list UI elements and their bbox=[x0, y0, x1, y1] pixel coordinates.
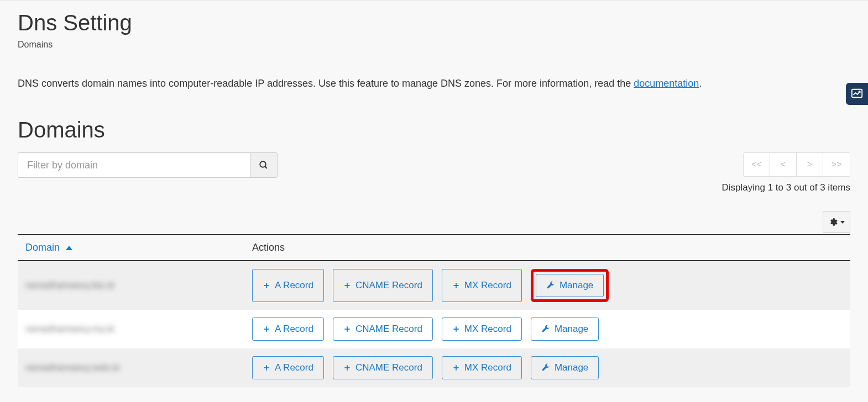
pager-first[interactable]: << bbox=[744, 153, 770, 176]
add-a-record-button[interactable]: A Record bbox=[252, 269, 324, 302]
domain-name-cell: ramadhamaexy.biz.id bbox=[25, 280, 114, 290]
add-cname-record-button-label: CNAME Record bbox=[355, 362, 422, 373]
add-a-record-button-label: A Record bbox=[275, 362, 313, 373]
search-button[interactable] bbox=[250, 152, 278, 178]
add-cname-record-button[interactable]: CNAME Record bbox=[333, 269, 433, 302]
add-mx-record-button-label: MX Record bbox=[464, 280, 511, 291]
sort-asc-icon bbox=[66, 246, 72, 250]
plus-icon bbox=[452, 364, 460, 372]
table-row: ramadhamaexy.biz.idA RecordCNAME RecordM… bbox=[18, 261, 850, 310]
plus-icon bbox=[343, 325, 351, 333]
plus-icon bbox=[263, 325, 270, 333]
table-row: ramadhamaexy.my.idA RecordCNAME RecordMX… bbox=[18, 310, 850, 348]
manage-button-label: Manage bbox=[560, 280, 593, 291]
plus-icon bbox=[452, 325, 460, 333]
plus-icon bbox=[452, 282, 460, 289]
wrench-icon bbox=[541, 363, 550, 372]
domains-table: Domain Actions ramadhamaexy.biz.idA Reco… bbox=[18, 234, 850, 387]
add-a-record-button[interactable]: A Record bbox=[252, 318, 324, 341]
plus-icon bbox=[343, 282, 351, 289]
add-a-record-button-label: A Record bbox=[275, 280, 313, 291]
column-header-domain[interactable]: Domain bbox=[18, 235, 244, 261]
documentation-link[interactable]: documentation bbox=[634, 78, 699, 89]
page-title: Dns Setting bbox=[18, 10, 850, 35]
add-mx-record-button[interactable]: MX Record bbox=[442, 356, 522, 379]
plus-icon bbox=[343, 364, 351, 372]
section-title-domains: Domains bbox=[18, 118, 850, 142]
description-pre: DNS converts domain names into computer-… bbox=[18, 78, 634, 89]
pager-next[interactable]: > bbox=[797, 153, 823, 176]
add-cname-record-button[interactable]: CNAME Record bbox=[333, 318, 433, 341]
table-settings-button[interactable] bbox=[823, 211, 850, 233]
add-cname-record-button[interactable]: CNAME Record bbox=[333, 356, 433, 379]
search-icon bbox=[259, 160, 269, 170]
add-mx-record-button[interactable]: MX Record bbox=[442, 318, 522, 341]
manage-button[interactable]: Manage bbox=[531, 318, 599, 341]
domain-name-cell: ramadhamaexy.web.id bbox=[25, 362, 119, 373]
add-mx-record-button[interactable]: MX Record bbox=[442, 269, 522, 302]
add-cname-record-button-label: CNAME Record bbox=[355, 324, 422, 335]
description-post: . bbox=[699, 78, 702, 89]
column-header-domain-label: Domain bbox=[25, 242, 60, 253]
breadcrumb: Domains bbox=[18, 40, 850, 50]
chart-icon bbox=[851, 88, 863, 100]
pager-last[interactable]: >> bbox=[823, 153, 850, 176]
add-mx-record-button-label: MX Record bbox=[464, 362, 511, 373]
filter-domain-input[interactable] bbox=[18, 152, 250, 178]
highlight-annotation: Manage bbox=[531, 269, 609, 302]
description-text: DNS converts domain names into computer-… bbox=[18, 76, 850, 91]
plus-icon bbox=[263, 364, 270, 372]
svg-line-1 bbox=[265, 166, 267, 168]
domain-name-cell: ramadhamaexy.my.id bbox=[25, 324, 114, 334]
plus-icon bbox=[263, 282, 270, 289]
add-a-record-button-label: A Record bbox=[275, 324, 313, 335]
add-a-record-button[interactable]: A Record bbox=[252, 356, 324, 379]
add-mx-record-button-label: MX Record bbox=[464, 324, 511, 335]
filter-group bbox=[18, 152, 278, 178]
table-row: ramadhamaexy.web.idA RecordCNAME RecordM… bbox=[18, 348, 850, 387]
caret-down-icon bbox=[840, 221, 845, 224]
pager-info: Displaying 1 to 3 out of 3 items bbox=[722, 182, 850, 193]
manage-button-label: Manage bbox=[555, 362, 588, 373]
pager: << < > >> bbox=[743, 152, 850, 177]
add-cname-record-button-label: CNAME Record bbox=[355, 280, 422, 291]
wrench-icon bbox=[541, 325, 550, 334]
manage-button[interactable]: Manage bbox=[536, 274, 604, 297]
svg-point-0 bbox=[260, 161, 266, 167]
manage-button-label: Manage bbox=[555, 324, 588, 335]
pager-prev[interactable]: < bbox=[770, 153, 797, 176]
column-header-actions: Actions bbox=[244, 235, 850, 261]
side-analytics-tab[interactable] bbox=[846, 83, 868, 105]
gear-icon bbox=[829, 218, 838, 226]
manage-button[interactable]: Manage bbox=[531, 356, 599, 379]
wrench-icon bbox=[546, 281, 555, 290]
